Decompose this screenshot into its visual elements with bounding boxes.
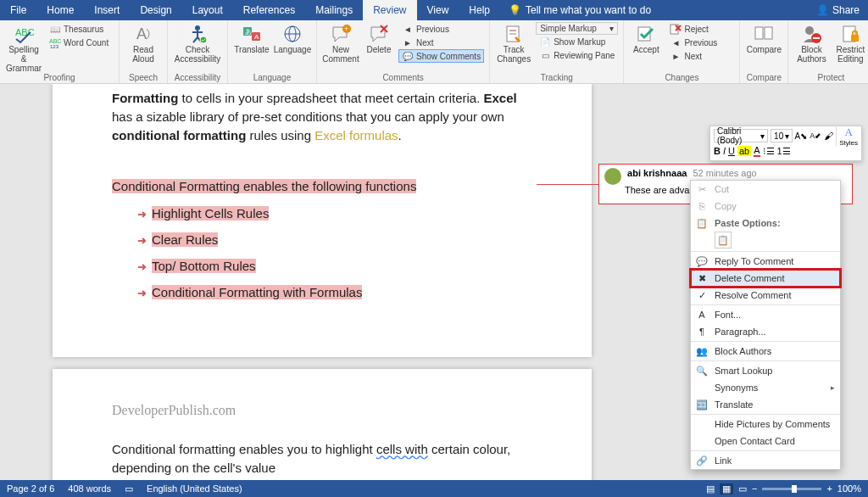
share-button[interactable]: 👤 Share (816, 4, 860, 16)
share-label: Share (832, 4, 860, 16)
check-accessibility-button[interactable]: CheckAccessibility (173, 22, 222, 64)
chevron-down-icon: ▾ (609, 24, 614, 33)
zoom-in-button[interactable]: + (826, 483, 832, 494)
paste-option-keep-text[interactable]: 📋 (715, 232, 732, 248)
numbering-button[interactable]: 1☰ (777, 146, 791, 157)
tab-help[interactable]: Help (459, 0, 500, 20)
font-color-button[interactable]: A (754, 145, 760, 157)
bold-button[interactable]: B (714, 146, 721, 156)
tab-references[interactable]: References (233, 0, 305, 20)
status-language[interactable]: English (United States) (147, 483, 242, 494)
font-family-select[interactable]: Calibri (Body)▾ (714, 129, 768, 142)
markup-value: Simple Markup (540, 24, 597, 33)
wordcount-button[interactable]: ABC123Word Count (46, 36, 114, 49)
wordcount-label: Word Count (64, 38, 108, 47)
underline-button[interactable]: U (728, 146, 735, 156)
menu-reply-comment[interactable]: 💬Reply To Comment (691, 253, 840, 270)
readaloud-button[interactable]: A ReadAloud (125, 22, 162, 64)
svg-text:+: + (344, 25, 348, 33)
menu-copy: ⎘Copy (691, 198, 840, 215)
menu-delete-comment[interactable]: ✖Delete Comment (691, 270, 840, 287)
document-page-1[interactable]: Formatting to cells in your spreadsheet … (53, 84, 592, 357)
document-page-2[interactable]: DeveloperPublish.com Conditional formatt… (53, 369, 592, 480)
track-changes-button[interactable]: TrackChanges (495, 22, 532, 64)
reviewing-pane-icon: ▭ (539, 49, 551, 61)
show-comments-icon: 💬 (402, 50, 414, 62)
menu-paragraph[interactable]: ¶Paragraph... (691, 323, 840, 340)
menu-synonyms[interactable]: Synonyms (691, 379, 840, 396)
tab-mailings[interactable]: Mailings (305, 0, 363, 20)
previous-comment-button[interactable]: ◄Previous (398, 22, 484, 36)
menu-hide-pictures[interactable]: Hide Pictures by Comments (691, 416, 840, 433)
view-print-icon[interactable]: ▦ (720, 483, 733, 494)
previous-change-button[interactable]: ◄Previous (666, 36, 734, 49)
new-comment-button[interactable]: + NewComment (322, 22, 359, 64)
copy-icon: ⎘ (696, 200, 708, 212)
chevron-down-icon: ▾ (760, 131, 765, 141)
language-button[interactable]: Language (274, 22, 311, 54)
doc-text-grammar: cells with (376, 442, 428, 456)
show-markup-button[interactable]: 📄Show Markup (536, 35, 618, 48)
doc-text: rules using (246, 128, 314, 142)
font-icon: A (696, 309, 708, 321)
font-size-select[interactable]: 10▾ (771, 129, 792, 142)
italic-button[interactable]: I (723, 146, 726, 156)
menu-contact-card[interactable]: Open Contact Card (691, 433, 840, 450)
next-change-button[interactable]: ►Next (666, 49, 734, 63)
block-author-icon: 👥 (696, 345, 708, 357)
reject-label: Reject (684, 25, 708, 34)
menu-smart-lookup[interactable]: 🔍Smart Lookup (691, 362, 840, 379)
tab-design[interactable]: Design (130, 0, 181, 20)
restrict-editing-button[interactable]: RestrictEditing (832, 22, 868, 64)
tab-view[interactable]: View (417, 0, 459, 20)
menu-link[interactable]: 🔗Link (691, 452, 840, 469)
compare-button[interactable]: Compare (745, 22, 782, 54)
zoom-slider[interactable] (762, 488, 821, 490)
bullets-button[interactable]: ⁝☰ (763, 146, 775, 157)
tab-insert[interactable]: Insert (84, 0, 130, 20)
status-wordcount[interactable]: 408 words (68, 483, 111, 494)
delete-comment-button[interactable]: Delete (363, 22, 395, 54)
status-page[interactable]: Page 2 of 6 (7, 483, 54, 494)
zoom-level[interactable]: 100% (837, 483, 861, 494)
thesaurus-button[interactable]: 📖Thesaurus (46, 22, 114, 36)
format-painter-icon[interactable]: 🖌 (824, 131, 833, 141)
reviewing-pane-button[interactable]: ▭Reviewing Pane (536, 48, 618, 62)
shrink-font-icon[interactable]: A⬋ (810, 131, 821, 140)
highlight-button[interactable]: ab (737, 146, 751, 156)
status-proof-icon[interactable]: ▭ (125, 483, 133, 494)
group-tracking: TrackChanges Simple Markup▾ 📄Show Markup… (490, 20, 624, 83)
spelling-grammar-button[interactable]: ABC Spelling &Grammar (5, 22, 42, 73)
menu-block-authors[interactable]: 👥Block Authors (691, 343, 840, 360)
accept-button[interactable]: Accept (629, 22, 663, 54)
accept-label: Accept (633, 45, 659, 54)
translate-button[interactable]: あA Translate (233, 22, 270, 54)
markup-dropdown[interactable]: Simple Markup▾ (536, 22, 618, 35)
block-authors-button[interactable]: BlockAuthors (793, 22, 829, 64)
tell-me[interactable]: 💡 Tell me what you want to do (500, 4, 659, 16)
tab-file[interactable]: File (0, 0, 36, 20)
show-comments-button[interactable]: 💬Show Comments (398, 49, 484, 63)
show-markup-label: Show Markup (554, 37, 605, 47)
doc-text: . (398, 128, 402, 142)
styles-button[interactable]: A Styles (836, 126, 858, 147)
menu-font[interactable]: AFont... (691, 306, 840, 323)
spelling-icon: ABC (14, 24, 34, 44)
doc-bullet: Conditional Formatting with Formulas (152, 285, 362, 299)
zoom-out-button[interactable]: − (752, 483, 757, 494)
view-web-icon[interactable]: ▭ (738, 483, 747, 494)
reject-button[interactable]: Reject (666, 22, 734, 36)
tab-layout[interactable]: Layout (182, 0, 233, 20)
grow-font-icon[interactable]: A⬊ (795, 131, 808, 141)
tab-home[interactable]: Home (36, 0, 84, 20)
menu-translate[interactable]: 🈁Translate (691, 396, 840, 413)
styles-label: Styles (839, 139, 858, 147)
tab-review[interactable]: Review (363, 0, 416, 20)
thesaurus-label: Thesaurus (64, 25, 103, 34)
next-comment-button[interactable]: ►Next (398, 36, 484, 49)
changes-group-label: Changes (665, 73, 698, 83)
menu-bar: File Home Insert Design Layout Reference… (0, 0, 868, 20)
menu-resolve-comment[interactable]: ✓Resolve Comment (691, 287, 840, 304)
view-read-icon[interactable]: ▤ (706, 483, 715, 494)
speech-group-label: Speech (129, 73, 158, 83)
